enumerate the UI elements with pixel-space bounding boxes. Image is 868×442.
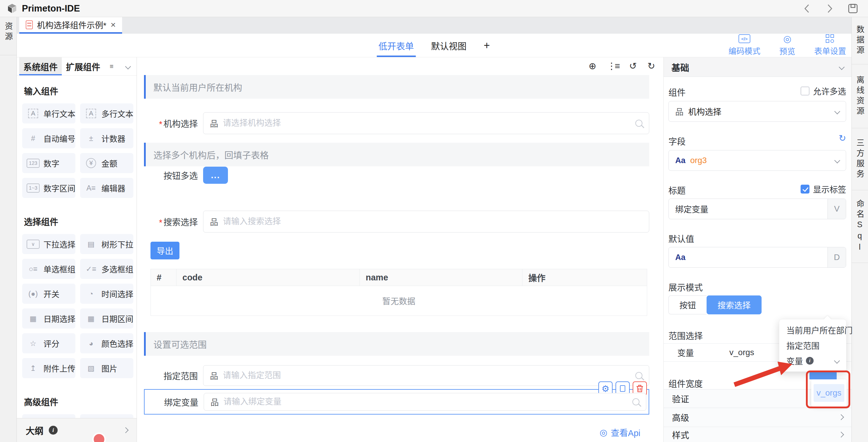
dropdown-option-specified-range[interactable]: 指定范围 [779,338,846,353]
export-button[interactable]: 导出 [151,242,180,260]
rail-divider [0,55,17,55]
section-header-default-org[interactable]: 默认当前用户所在机构 [144,75,649,99]
document-tab[interactable]: 机构选择组件示例* × [19,17,122,34]
multi-select-button[interactable]: ... [203,167,228,184]
default-suffix-button[interactable]: D [828,247,846,267]
specified-range-field[interactable] [223,371,630,380]
component-item[interactable]: A≡ 编辑器 [80,178,133,198]
section-style[interactable]: 样式 [664,427,851,442]
show-label-option[interactable]: 显示标签 [801,183,846,195]
tab-lowcode-form[interactable]: 低开表单 [378,34,414,57]
component-item[interactable]: ▦ 日期区间 [80,308,133,329]
field-select[interactable]: Aa org3 [669,150,846,171]
component-type-select[interactable]: 品 机构选择 [669,101,846,122]
org-select-field[interactable] [223,118,630,128]
rail-item-third-party-services[interactable]: 三方服务 [852,128,868,190]
component-item[interactable]: (●) 开关 [22,284,75,304]
search-select-field[interactable] [223,217,643,226]
display-mode-button-option[interactable]: 按钮 [669,296,707,314]
allow-multi-option[interactable]: 允许多选 [801,85,846,97]
rail-item-offline-resources[interactable]: 离线资源 [852,64,868,128]
preview-button[interactable]: ◎ 预览 [779,34,795,57]
form-settings-button[interactable]: 表单设置 [814,34,846,57]
tab-extension-components[interactable]: 扩展组件 [62,57,104,75]
range-value: v_orgs [730,348,754,357]
component-item[interactable]: ↥ 附件上传 [22,358,75,378]
component-item[interactable]: ± 计数器 [80,128,133,148]
add-view-button[interactable]: + [484,34,490,57]
chevron-down-icon [839,64,845,70]
component-item[interactable]: ▦ 日期选择 [22,308,75,329]
rail-item-named-sql[interactable]: 命名Sql [852,190,868,263]
search-icon [635,372,643,379]
info-icon: i [806,357,814,365]
bind-variable-input[interactable]: 品 [204,393,646,411]
redo-icon[interactable]: ↻ [647,62,655,71]
close-icon[interactable]: × [111,21,116,29]
component-item[interactable]: ○≡ 单选框组 [22,259,75,279]
info-icon: i [49,426,58,435]
specified-range-input[interactable]: 品 [203,365,649,386]
org-tree-icon: 品 [211,396,219,408]
field-bind-variable: 绑定变量 品 [145,393,646,411]
tab-default-view[interactable]: 默认视图 [431,34,467,57]
display-mode-search-option[interactable]: 搜索选择 [707,296,762,314]
component-icon: (●) [26,290,40,298]
component-item[interactable]: ∨ 下拉选择 [22,234,75,254]
checkbox-unchecked[interactable] [801,87,809,95]
component-item[interactable]: 123 数字 [22,153,75,173]
save-icon[interactable] [848,4,858,13]
title-input[interactable]: 绑定变量 V [669,199,846,219]
field-button-multi: 按钮多选 ... [144,167,649,184]
refresh-icon[interactable]: ↻ [839,133,846,143]
component-item[interactable]: ▤ 树形下拉 [80,234,133,254]
section-header-multi-backfill[interactable]: 选择多个机构后，回填子表格 [144,143,649,166]
component-item[interactable]: ¥ 金额 [80,153,133,173]
component-item[interactable]: 1~3 数字区间 [22,178,75,198]
variable-suffix-button[interactable]: V [828,199,846,219]
component-label: 多行文本 [101,108,133,120]
gear-icon: ⚙ [601,383,610,394]
view-api-link[interactable]: ◎ 查看Api [599,426,640,438]
undo-icon[interactable]: ↺ [629,62,637,71]
bind-variable-field[interactable] [223,397,628,407]
back-icon[interactable] [802,4,812,13]
rail-item-resources[interactable]: 资源 [3,22,14,42]
display-mode-segmented: 按钮 搜索选择 [669,296,846,314]
component-item[interactable]: # 自动编号 [22,128,75,148]
selected-component-outline[interactable]: ⚙ 绑定变量 品 [144,389,649,414]
code-mode-button[interactable]: </> 编码模式 [728,34,761,57]
dropdown-option-current-dept[interactable]: 当前用户所在部门 [779,322,846,338]
component-item[interactable]: ✓≡ 多选框组 [80,259,133,279]
section-header-range[interactable]: 设置可选范围 [144,332,649,356]
inspector-section-basic[interactable]: 基础 [664,57,851,77]
tab-system-components[interactable]: 系统组件 [19,57,62,75]
component-item[interactable]: ◕ 颜色选择 [80,333,133,353]
right-rail: 数据源 离线资源 三方服务 命名Sql [851,17,868,442]
search-select-input[interactable]: 品 [203,211,649,233]
org-select-input[interactable]: 品 [203,112,649,134]
outline-tree-icon[interactable]: ⋮≡ [607,62,618,71]
component-icon: ± [84,135,98,142]
section-advanced[interactable]: 高级 [664,408,851,426]
default-value-input[interactable]: Aa D [669,247,846,268]
form-canvas: ⊕ ⋮≡ ↺ ↻ 默认当前用户所在机构 *机构选择 品 选择多个机构后，回填子表… [137,57,663,442]
forward-icon[interactable] [825,4,835,13]
list-menu-icon[interactable]: ≡ [110,63,114,70]
component-item[interactable]: ▧ 图片 [80,358,133,378]
component-item[interactable]: A 单行文本 [22,103,75,124]
component-item[interactable]: ◉ 人员选择 [22,414,75,418]
component-item[interactable]: ☆ 评分 [22,333,75,353]
checkbox-checked[interactable] [801,185,809,194]
component-item[interactable]: ◔ 时间选择 [80,284,133,304]
globe-icon[interactable]: ⊕ [589,62,596,71]
search-icon [635,120,643,127]
component-icon: # [26,135,40,142]
component-icon: ▦ [84,315,98,322]
component-item[interactable]: A 多行文本 [80,103,133,124]
outline-bar[interactable]: 大纲 i [17,418,137,442]
rail-item-datasource[interactable]: 数据源 [852,17,868,64]
title-value[interactable]: 绑定变量 [669,199,828,219]
component-item[interactable]: 品 机构选择 [80,414,133,418]
chevron-down-icon[interactable] [125,64,131,69]
